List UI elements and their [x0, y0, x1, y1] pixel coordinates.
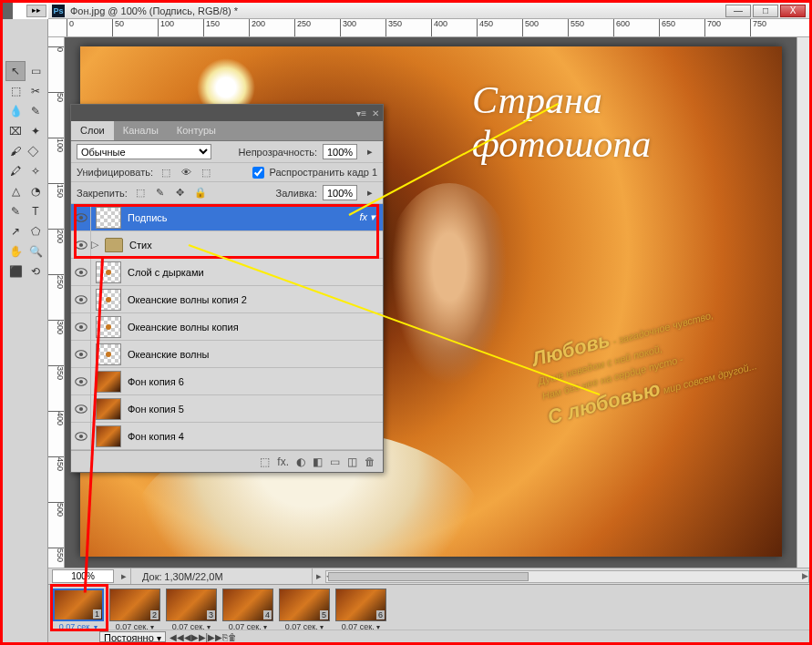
layer-name[interactable]: Стих — [128, 240, 383, 251]
fill-input[interactable] — [323, 185, 357, 200]
tool-4[interactable]: 💧 — [5, 101, 26, 121]
visibility-toggle[interactable] — [71, 259, 91, 285]
layer-thumbnail[interactable] — [96, 261, 121, 283]
folder-toggle-icon[interactable]: ▷ — [91, 239, 100, 251]
anim-control-6[interactable]: 🗑 — [228, 632, 237, 642]
tool-10[interactable]: 🖍 — [5, 161, 26, 181]
layer-thumbnail[interactable] — [96, 207, 121, 229]
panel-menu-icon[interactable]: ▾≡ — [356, 108, 366, 118]
visibility-toggle[interactable] — [71, 395, 91, 422]
frame-thumbnail[interactable]: 3 — [166, 589, 217, 621]
blend-mode-select[interactable]: Обычные — [77, 144, 211, 159]
anim-control-4[interactable]: ▶▶ — [208, 632, 222, 642]
lock-position-icon[interactable]: ✥ — [173, 187, 188, 200]
opacity-input[interactable] — [323, 144, 357, 159]
zoom-input[interactable] — [52, 569, 114, 583]
visibility-toggle[interactable] — [71, 231, 91, 258]
layer-fx-badge[interactable]: fx ▾ — [359, 211, 383, 223]
tool-17[interactable]: ⬠ — [26, 221, 46, 241]
scrollbar-thumb[interactable] — [328, 572, 529, 581]
panel-header[interactable]: ▾≡✕ — [71, 105, 383, 121]
layers-footer-btn-3[interactable]: ◧ — [313, 456, 323, 468]
layer-row-2[interactable]: Слой с дырками — [71, 259, 383, 286]
scrollbar-vertical[interactable] — [797, 37, 809, 569]
layer-name[interactable]: Фон копия 5 — [126, 404, 383, 415]
frame-0[interactable]: 10,07 сек. ▾ — [52, 589, 105, 631]
visibility-toggle[interactable] — [71, 423, 91, 449]
tool-21[interactable]: ⟲ — [26, 261, 46, 282]
lock-transparent-icon[interactable]: ⬚ — [133, 187, 148, 200]
frame-2[interactable]: 30,07 сек. ▾ — [165, 589, 218, 631]
layer-row-5[interactable]: Океанские волны — [71, 341, 383, 368]
layer-name[interactable]: Слой с дырками — [126, 267, 383, 278]
tool-15[interactable]: T — [26, 201, 46, 221]
frame-time[interactable]: 0,07 сек. ▾ — [59, 622, 98, 631]
layers-footer-btn-2[interactable]: ◐ — [296, 456, 305, 468]
close-button[interactable]: X — [780, 5, 806, 17]
tool-14[interactable]: ✎ — [5, 201, 26, 221]
layer-row-4[interactable]: Океанские волны копия — [71, 313, 383, 341]
frame-4[interactable]: 50,07 сек. ▾ — [278, 589, 331, 631]
tool-12[interactable]: △ — [5, 181, 26, 201]
layer-thumbnail[interactable] — [96, 425, 121, 447]
tool-7[interactable]: ✦ — [26, 121, 46, 141]
fill-flyout-icon[interactable]: ▸ — [363, 187, 377, 200]
tool-5[interactable]: ✎ — [26, 101, 46, 121]
frame-5[interactable]: 60,07 сек. ▾ — [334, 589, 387, 631]
layers-footer-btn-6[interactable]: 🗑 — [365, 456, 375, 468]
layer-name[interactable]: Океанские волны копия 2 — [126, 294, 383, 305]
layer-thumbnail[interactable] — [96, 316, 121, 338]
tool-1[interactable]: ▭ — [26, 61, 46, 81]
layers-footer-btn-5[interactable]: ◫ — [347, 456, 357, 468]
visibility-toggle[interactable] — [71, 341, 91, 367]
doc-info-menu-icon[interactable]: ▸ — [313, 570, 325, 582]
tool-19[interactable]: 🔍 — [26, 241, 46, 261]
visibility-toggle[interactable] — [71, 368, 91, 394]
lock-all-icon[interactable]: 🔒 — [193, 187, 208, 200]
tool-2[interactable]: ⬚ — [5, 81, 26, 101]
tool-0[interactable]: ↖ — [5, 61, 26, 81]
tool-13[interactable]: ◔ — [26, 181, 46, 201]
tab-channels[interactable]: Каналы — [114, 121, 168, 140]
layers-footer-btn-4[interactable]: ▭ — [330, 456, 340, 468]
frame-thumbnail[interactable]: 5 — [279, 589, 330, 621]
unify-visibility-icon[interactable]: 👁 — [179, 166, 193, 179]
layer-row-6[interactable]: Фон копия 6 — [71, 368, 383, 395]
frame-1[interactable]: 20,07 сек. ▾ — [108, 589, 161, 631]
layer-row-3[interactable]: Океанские волны копия 2 — [71, 286, 383, 313]
maximize-button[interactable]: □ — [753, 5, 778, 17]
layer-row-7[interactable]: Фон копия 5 — [71, 395, 383, 423]
anim-control-3[interactable]: ▶| — [199, 632, 209, 642]
doc-info[interactable]: Док: 1,30M/22,0M — [130, 568, 313, 584]
layer-row-1[interactable]: ▷Стих — [71, 231, 383, 259]
propagate-checkbox[interactable] — [252, 167, 264, 179]
layer-name[interactable]: Океанские волны копия — [126, 322, 383, 333]
frame-thumbnail[interactable]: 2 — [109, 589, 160, 621]
toolbox-collapse[interactable]: ▸▸ — [26, 5, 46, 17]
tool-20[interactable]: ⬛ — [5, 261, 26, 282]
layer-thumbnail[interactable] — [96, 371, 121, 393]
frame-thumbnail[interactable]: 1 — [53, 589, 104, 621]
visibility-toggle[interactable] — [71, 313, 91, 340]
lock-pixels-icon[interactable]: ✎ — [153, 187, 168, 200]
layers-footer-btn-0[interactable]: ⬚ — [260, 456, 270, 468]
unify-position-icon[interactable]: ⬚ — [159, 166, 173, 179]
tab-layers[interactable]: Слои — [71, 121, 114, 140]
panel-close-icon[interactable]: ✕ — [372, 108, 379, 118]
layer-row-0[interactable]: Подписьfx ▾ — [71, 204, 383, 231]
tool-11[interactable]: ✧ — [26, 161, 46, 181]
tool-9[interactable]: ⃟ — [26, 141, 46, 161]
opacity-flyout-icon[interactable]: ▸ — [363, 146, 377, 159]
zoom-menu-icon[interactable]: ▸ — [118, 570, 130, 582]
layer-name[interactable]: Подпись — [126, 212, 359, 223]
frame-thumbnail[interactable]: 6 — [335, 589, 386, 621]
tool-8[interactable]: 🖌 — [5, 141, 26, 161]
loop-select[interactable]: Постоянно ▾ — [99, 631, 166, 642]
tool-6[interactable]: ⌧ — [5, 121, 26, 141]
tool-18[interactable]: ✋ — [5, 241, 26, 261]
layer-name[interactable]: Океанские волны — [126, 349, 383, 360]
layer-thumbnail[interactable] — [96, 289, 121, 311]
unify-style-icon[interactable]: ⬚ — [199, 166, 213, 179]
scrollbar-horizontal[interactable]: ◀▶ — [325, 570, 809, 583]
frame-3[interactable]: 40,07 сек. ▾ — [221, 589, 274, 631]
